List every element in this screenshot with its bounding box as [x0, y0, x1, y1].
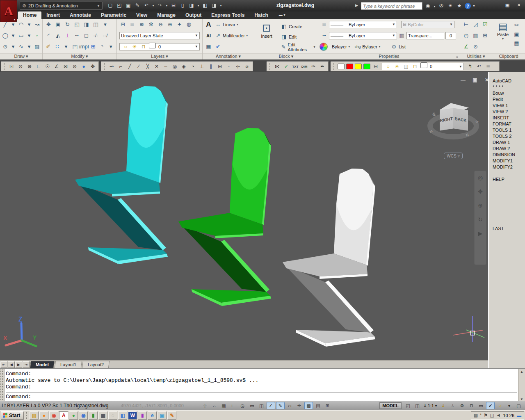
snap-intersection-icon[interactable]: ╳ [144, 62, 152, 71]
tab-view[interactable]: View [131, 11, 152, 19]
tb-lock-icon[interactable]: ⊓ [411, 62, 419, 71]
tray-network-icon[interactable]: ◫ [490, 413, 494, 418]
screen-menu-item-view-1[interactable]: VIEW 1 [493, 103, 525, 109]
screen-menu-item-blank[interactable] [493, 213, 525, 219]
panel-title-utilities[interactable]: Utilities ▾ [460, 53, 492, 59]
tab-manage[interactable]: Manage [152, 11, 180, 19]
color-combo[interactable]: Bylayer [332, 44, 347, 49]
tray-flag-icon[interactable]: ⚑ [484, 413, 488, 418]
overlap-icon[interactable]: ◫ [91, 20, 100, 29]
layer-bulb-icon[interactable]: ○ [121, 43, 130, 51]
taskbar-copy-icon[interactable]: ◧ [118, 411, 127, 420]
tb-sun-icon[interactable]: ☀ [393, 62, 401, 71]
blend-icon[interactable]: ◝ [98, 42, 107, 51]
text-snap-icon[interactable]: TXT [291, 62, 299, 71]
taskbar-autocad-icon[interactable]: A [59, 411, 68, 420]
taskbar-notebook-icon[interactable]: ▮ [89, 411, 98, 420]
screen-menu-item-pedit[interactable]: Pedit [493, 96, 525, 103]
model-space-button[interactable]: MODEL [379, 402, 402, 409]
zigzag-chair-green[interactable] [178, 128, 271, 306]
toolbar-grip[interactable] [333, 63, 335, 70]
start-button[interactable]: Start [1, 411, 24, 420]
tab-annotate[interactable]: Annotate [65, 11, 96, 19]
snap-parallel-icon[interactable]: ∥ [207, 62, 215, 71]
screen-menu-item-bouw[interactable]: Bouw [493, 90, 525, 96]
layout-quick-icon[interactable]: ◰ [404, 402, 412, 409]
command-window-grip[interactable] [0, 369, 5, 402]
polar-toggle-icon[interactable]: ◶ [238, 402, 247, 409]
screen-menu-item--[interactable]: * * * * [493, 84, 525, 90]
dyn-toggle-icon[interactable]: ✎ [276, 402, 285, 409]
tab-hatch[interactable]: Hatch [249, 11, 273, 19]
tray-keyboard-icon[interactable]: ▤ [474, 413, 478, 418]
ortho-toggle-icon[interactable]: ∟ [229, 402, 237, 409]
lwt-toggle-icon[interactable]: ▩ [304, 402, 313, 409]
taskbar-media-icon[interactable]: ● [39, 411, 48, 420]
workspace-switcher[interactable]: ⚙ 2D Drafting & Annotation ▼ [20, 2, 103, 10]
help-flyout-icon[interactable]: ▾ [472, 2, 476, 10]
snap-none-icon[interactable]: ⌀ [243, 62, 251, 71]
matchprop2-icon[interactable]: ✒ [318, 62, 326, 71]
orbit-tool-icon[interactable]: ↻ [476, 215, 484, 224]
layer-freeze-icon[interactable]: ✻ [146, 20, 156, 29]
screen-menu-item-insert[interactable]: INSERT [493, 115, 525, 121]
search-input[interactable] [361, 2, 422, 10]
command-scrollbar[interactable]: ▲ ▼ [518, 369, 525, 402]
zoom-tool-icon[interactable]: ⊕ [476, 201, 484, 210]
break-icon[interactable]: -/- [91, 31, 100, 40]
layer-sun-icon[interactable]: ☀ [130, 43, 139, 51]
point-filters-icon[interactable]: ⋉ [273, 62, 281, 71]
array-flyout-icon[interactable]: ▾ [62, 42, 71, 51]
layout-pair-icon[interactable]: ◫ [413, 402, 422, 409]
layer-manager-icon[interactable]: ⊟ [372, 62, 380, 71]
restore-icon[interactable]: ▣ [503, 2, 511, 8]
osnap-btn-icon[interactable]: ▭ [248, 402, 256, 409]
ribbon-minimize-icon[interactable]: ▬ ▾ [279, 11, 285, 19]
snap-from-icon[interactable]: ⌐ [116, 62, 125, 71]
snap-tangent-icon[interactable]: ◔ [189, 62, 197, 71]
linetype-list-icon[interactable]: ▥ [397, 31, 406, 40]
ducs-toggle-icon[interactable]: ∺ [285, 402, 294, 409]
search-flyout-icon[interactable]: ▾ [433, 2, 436, 11]
toolbar-grip[interactable] [4, 63, 5, 70]
dim-snap-icon[interactable]: DIM [300, 62, 308, 71]
ucs-icon[interactable]: ∟ [34, 62, 43, 71]
layer-isolate-icon[interactable]: ≣ [128, 20, 137, 29]
paste-flyout-icon[interactable]: ▾ [495, 37, 511, 41]
screen-menu-item-blank[interactable] [493, 183, 525, 189]
tray-user-icon[interactable]: * [480, 413, 482, 418]
otrack-toggle-icon[interactable]: ∠ [267, 402, 275, 409]
spline-flyout-icon[interactable]: ▾ [25, 42, 33, 51]
layer-previous-icon[interactable]: ↶ [475, 62, 483, 71]
anno-autoscale-icon[interactable]: ⅄ [448, 402, 457, 409]
linear-flyout-icon[interactable]: ▾ [236, 21, 240, 29]
screen-menu-item-draw-2[interactable]: DRAW 2 [493, 146, 525, 152]
swatch-white[interactable] [338, 64, 345, 69]
drawing-viewport[interactable]: Z X Y —▣✕ RIGHT BACK E N S W WCS ▿ ◎✥⊕↻▶ [0, 72, 488, 360]
snap-extension-icon[interactable]: ┄ [162, 62, 170, 71]
multileader-button[interactable]: Multileader [223, 33, 245, 38]
hardware-icon[interactable]: ▭ [477, 402, 485, 409]
pan-icon[interactable]: ⊠ [62, 62, 70, 71]
open-icon[interactable]: ◰ [115, 1, 123, 9]
status-flyout-icon[interactable]: ▾ [505, 402, 514, 409]
communication-center-icon[interactable]: ✴ [446, 2, 454, 10]
insert-block-button[interactable]: ⊡ Insert [258, 22, 276, 39]
toolbar-grip[interactable] [104, 63, 105, 70]
erase-icon[interactable]: ✐ [44, 42, 53, 51]
id-point-icon[interactable]: ⊙ [471, 42, 480, 51]
spell-check-icon[interactable]: ✔ [213, 42, 223, 51]
pan-hand-icon[interactable]: ✥ [476, 187, 484, 196]
screen-menu-item-draw-1[interactable]: DRAW 1 [493, 139, 525, 146]
panel-title-block[interactable]: Block ▾ [254, 53, 318, 59]
tpy-toggle-icon[interactable]: ▤ [314, 402, 322, 409]
dynamic-input-icon[interactable]: ✛ [295, 402, 304, 409]
zoom-realtime-icon[interactable]: ⊕ [25, 62, 34, 71]
panel-title-properties[interactable]: Properties [318, 53, 460, 59]
linetype-combo[interactable]: ——— ByLayer ▼ [329, 32, 397, 39]
polyline-icon[interactable]: ◠ [17, 20, 25, 29]
scroll-down-icon[interactable]: ▼ [520, 397, 523, 401]
block-edit-attributes-button[interactable]: Edit Attributes [288, 42, 312, 52]
mirror-icon[interactable]: ◭ [53, 31, 63, 40]
title-expand-icon[interactable]: ▶ [355, 3, 358, 7]
